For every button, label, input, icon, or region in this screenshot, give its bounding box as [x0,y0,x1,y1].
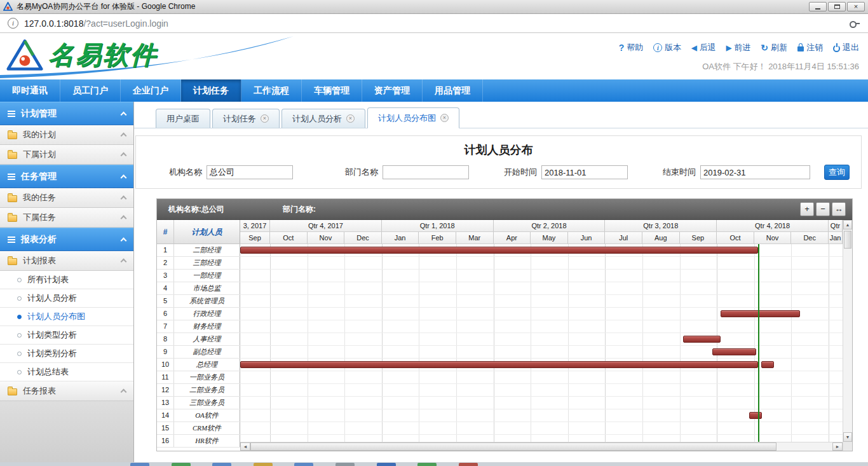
sidebar-item-plan-category-analysis[interactable]: 计划类别分析 [0,345,133,363]
person-row[interactable]: 12二部业务员 [157,384,240,397]
person-row[interactable]: 9副总经理 [157,346,240,359]
url-text[interactable]: 127.0.0.1:8018/?act=userLogin.login [24,18,168,29]
nav-item-supplies-management[interactable]: 用品管理 [423,79,483,102]
horizontal-scrollbar[interactable]: ◄ ► [240,442,843,451]
nav-item-vehicle-management[interactable]: 车辆管理 [302,79,362,102]
dept-name-input[interactable] [383,165,469,179]
person-row[interactable]: 13三部业务员 [157,397,240,409]
scroll-down-button[interactable]: ▼ [843,432,852,442]
person-row[interactable]: 7财务经理 [157,320,240,333]
header-link-refresh[interactable]: ↻刷新 [761,42,787,53]
tab-close-icon[interactable]: × [346,114,355,123]
tab-close-icon[interactable]: × [261,114,269,123]
nav-item-plan-tasks[interactable]: 计划任务 [181,79,241,102]
org-name-input[interactable] [207,165,293,179]
tab-user-desktop[interactable]: 用户桌面 [156,109,210,128]
gantt-bar[interactable] [749,412,762,419]
tab-plan-tasks[interactable]: 计划任务× [212,109,280,128]
sidebar-folder-subordinate-plans[interactable]: 下属计划 [0,145,133,165]
close-button[interactable]: × [847,2,865,11]
sidebar-item-plan-type-analysis[interactable]: 计划类型分析 [0,326,133,345]
person-row[interactable]: 6行政经理 [157,308,240,320]
taskbar-icon[interactable] [459,463,478,466]
taskbar-icon[interactable] [294,463,313,466]
nav-item-asset-management[interactable]: 资产管理 [362,79,423,102]
header-link-logout[interactable]: 注销 [797,42,823,53]
header-link-help[interactable]: ?帮助 [619,42,644,53]
month-cell: May [531,232,568,244]
gantt-bar[interactable] [721,310,800,317]
tab-plan-person-distribution[interactable]: 计划人员分布图× [367,107,459,128]
taskbar-icon[interactable] [130,463,149,466]
person-row[interactable]: 10总经理 [157,359,240,371]
logo-mark-icon [6,38,43,72]
sidebar-section-plan-management[interactable]: 计划管理 [0,102,133,125]
taskbar-icon[interactable] [172,463,191,466]
nav-item-instant-messaging[interactable]: 即时通讯 [0,79,60,102]
sidebar-folder-my-tasks[interactable]: 我的任务 [0,188,133,208]
taskbar-icon[interactable] [254,463,273,466]
person-row[interactable]: 2三部经理 [157,257,240,270]
sidebar-folder-my-plans[interactable]: 我的计划 [0,125,133,145]
nav-item-enterprise-portal[interactable]: 企业门户 [121,79,181,102]
nav-item-employee-portal[interactable]: 员工门户 [60,79,121,102]
taskbar-icon[interactable] [377,463,396,466]
page-info-icon[interactable]: i [8,18,18,29]
search-button[interactable]: 查询 [824,165,850,180]
person-rows: 1二部经理2三部经理3一部经理4市场总监5系统管理员6行政经理7财务经理8人事经… [157,244,240,448]
vertical-scroll-track[interactable] [843,230,852,432]
header-link-exit[interactable]: 退出 [833,42,859,53]
person-row[interactable]: 8人事经理 [157,333,240,346]
person-row[interactable]: 11一部业务员 [157,371,240,384]
person-row[interactable]: 5系统管理员 [157,295,240,308]
zoom-in-button[interactable]: + [800,202,814,216]
tab-label: 计划人员分析 [292,113,342,125]
sidebar-item-plan-summary-table[interactable]: 计划总结表 [0,363,133,381]
sidebar-folder-task-reports[interactable]: 任务报表 [0,381,133,401]
vertical-scroll-thumb[interactable] [844,231,851,249]
sidebar-section-report-analysis[interactable]: 报表分析 [0,228,133,251]
tab-plan-person-analysis[interactable]: 计划人员分析× [281,109,365,128]
gantt-bar[interactable] [761,361,774,368]
person-row[interactable]: 16HR软件 [157,435,240,448]
gantt-bar[interactable] [683,336,721,343]
scroll-right-button[interactable]: ► [832,442,843,451]
nav-item-workflow[interactable]: 工作流程 [241,79,302,102]
grid-row-line [240,397,843,409]
browser-address-bar[interactable]: i 127.0.0.1:8018/?act=userLogin.login [0,14,868,33]
zoom-out-button[interactable]: − [816,202,830,216]
person-row[interactable]: 3一部经理 [157,270,240,282]
start-date-input[interactable] [541,165,628,179]
sidebar-item-all-plans-table[interactable]: 所有计划表 [0,271,133,289]
person-row[interactable]: 4市场总监 [157,282,240,295]
minimize-button[interactable] [809,2,827,11]
person-row[interactable]: 15CRM软件 [157,422,240,435]
header-link-forward[interactable]: ▶前进 [726,42,750,53]
sidebar-item-plan-person-analysis[interactable]: 计划人员分析 [0,289,133,308]
taskbar-icon[interactable] [336,463,355,466]
window-titlebar[interactable]: 名易MyOA协同办公平台 for 体验版 - Google Chrome × [0,0,868,14]
header-link-back[interactable]: ◀后退 [691,42,715,53]
password-key-icon[interactable] [849,18,860,29]
gantt-bar[interactable] [240,247,758,254]
gantt-bar[interactable] [712,348,756,355]
header-link-version[interactable]: i版本 [653,42,681,53]
person-row[interactable]: 14OA软件 [157,409,240,422]
vertical-scrollbar[interactable]: ▲ ▼ [843,220,852,451]
content-area: 用户桌面计划任务×计划人员分析×计划人员分布图× 计划人员分布 机构名称 部门名… [134,102,868,462]
sidebar-folder-plan-reports[interactable]: 计划报表 [0,251,133,271]
end-date-input[interactable] [700,165,810,179]
sidebar-item-plan-person-distribution[interactable]: 计划人员分布图 [0,308,133,326]
horizontal-scroll-thumb[interactable] [250,442,776,451]
scroll-left-button[interactable]: ◄ [240,442,250,451]
sidebar-section-task-management[interactable]: 任务管理 [0,165,133,188]
scroll-up-button[interactable]: ▲ [843,220,852,230]
maximize-button[interactable] [828,2,846,11]
taskbar-icon[interactable] [417,463,437,466]
tab-close-icon[interactable]: × [440,114,449,122]
person-row[interactable]: 1二部经理 [157,244,240,257]
gantt-bar[interactable] [240,361,758,368]
fit-width-button[interactable]: ↔ [832,202,846,216]
sidebar-folder-subordinate-tasks[interactable]: 下属任务 [0,208,133,228]
taskbar-icon[interactable] [212,463,231,466]
